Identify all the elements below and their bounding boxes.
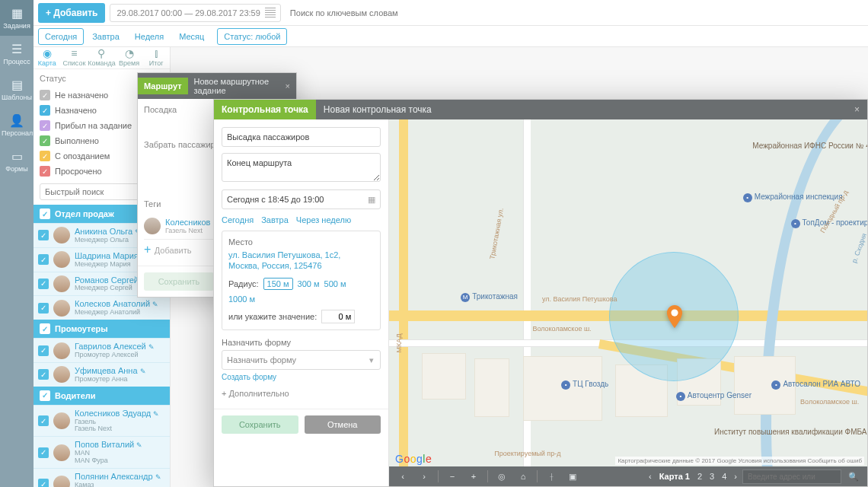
route-save-button[interactable]: Сохранить (144, 272, 214, 291)
cp-end-input[interactable] (222, 153, 381, 182)
place-box: Место ул. Василия Петушкова, 1с2, Москва… (222, 231, 381, 330)
radius-300[interactable]: 300 м (298, 279, 320, 288)
form-select[interactable]: Назначить форму (222, 350, 381, 370)
page-4[interactable]: 4 (720, 472, 729, 481)
checkbox-icon: ✓ (38, 279, 49, 289)
page-next[interactable]: › (732, 472, 739, 481)
checkpoint-dialog: Контрольная точка Новая контрольная точк… (213, 99, 868, 487)
quick-tomorrow[interactable]: Завтра (261, 215, 289, 224)
radius-custom-input[interactable] (321, 310, 355, 323)
map-pager: ‹ Карта 1 2 3 4 › (646, 472, 739, 481)
rail-templates[interactable]: ▤Шаблоны (0, 72, 34, 107)
rail-process[interactable]: ☰Процесс (0, 36, 34, 72)
templates-icon: ▤ (2, 78, 32, 92)
map-poi[interactable]: •Межрайонная инспекция (743, 193, 843, 202)
quick-today[interactable]: Сегодня (222, 215, 254, 224)
checkbox-icon: ✓ (40, 166, 50, 177)
person-row[interactable]: ✓Полянин Александр ✎КамазКамаз Фургон (34, 468, 170, 487)
viewtab-team[interactable]: ⚲Команда (88, 47, 116, 68)
tab-today[interactable]: Сегодня (38, 28, 84, 45)
cp-save-button[interactable]: Сохранить (222, 415, 298, 434)
total-icon: ⫿ (142, 47, 170, 59)
create-form-link[interactable]: Создать форму (222, 373, 381, 381)
person-name: Аникина Ольга ✎ (75, 227, 141, 237)
staff-name: Колесников Э (165, 218, 219, 227)
avatar (53, 412, 70, 429)
quick-week[interactable]: Через неделю (296, 215, 351, 224)
map-poi[interactable]: MТрикотажная (461, 292, 518, 302)
status-label: С опозданием (55, 151, 110, 161)
person-row[interactable]: ✓Уфимцева Анна ✎Промоутер Анна (34, 362, 170, 387)
person-row[interactable]: ✓Гаврилов Алексей ✎Промоутер Алексей (34, 338, 170, 362)
forms-icon: ▭ (2, 149, 32, 164)
cp-close-icon[interactable]: × (847, 100, 867, 119)
route-close-icon[interactable]: × (279, 78, 296, 94)
mf-zoom-out-icon[interactable]: − (443, 469, 461, 484)
map-poi[interactable]: Институт повышения квалификации ФМБА... (714, 428, 867, 436)
address[interactable]: ул. Василия Петушкова, 1с2, Москва, Росс… (228, 250, 374, 272)
tab-week[interactable]: Неделя (128, 28, 171, 45)
calendar-icon: ▦ (368, 195, 375, 205)
page-3[interactable]: 3 (707, 472, 716, 481)
daterange-picker[interactable]: 29.08.2017 00:00 — 29.08.2017 23:59 (110, 4, 280, 22)
page-prev[interactable]: ‹ (646, 472, 654, 481)
cp-form: Сегодня с 18:45 до 19:00▦ Сегодня Завтра… (214, 119, 389, 486)
mf-search-icon[interactable]: 🔍 (844, 469, 863, 484)
person-row[interactable]: ✓Колесников Эдуард ✎ГазельГазель Next (34, 405, 170, 437)
person-role: Менеджер Анатолий (75, 309, 158, 317)
rail-tasks[interactable]: ▦Задания (0, 0, 34, 36)
map-poi[interactable]: •Автосалон РИА АВТО (771, 380, 860, 390)
radius-1000[interactable]: 1000 м (228, 294, 255, 304)
rail-staff[interactable]: 👤Персонал (0, 107, 34, 143)
add-button[interactable]: + Добавить (38, 3, 105, 23)
checkbox-icon: ✓ (38, 254, 49, 265)
mf-next[interactable]: › (415, 469, 433, 484)
extra-toggle[interactable]: + Дополнительно (222, 389, 381, 398)
radius-500[interactable]: 500 м (324, 279, 346, 288)
keyword-search[interactable] (286, 4, 868, 22)
radius-150[interactable]: 150 м (263, 278, 293, 290)
mf-ruler-icon[interactable]: ⟊ (542, 469, 560, 484)
tab-month[interactable]: Месяц (172, 28, 211, 45)
person-row[interactable]: ✓Колесков Анатолий ✎Менеджер Анатолий (34, 295, 170, 320)
page-current[interactable]: Карта 1 (657, 472, 692, 481)
checkbox-icon: ✓ (38, 447, 49, 458)
viewtab-list[interactable]: ≡Список (61, 47, 88, 68)
map-address-search[interactable] (742, 469, 841, 484)
viewtab-time[interactable]: ◔Время (116, 47, 143, 68)
map-marker[interactable] (666, 305, 683, 328)
avatar (53, 444, 70, 461)
mf-prev[interactable]: ‹ (394, 469, 412, 484)
map-canvas[interactable]: Межрайонная ИФНС России № 45...•Межрайон… (389, 119, 867, 486)
cp-name-input[interactable] (222, 127, 381, 147)
viewtab-map[interactable]: ◉Карта (34, 47, 61, 68)
mf-home-icon[interactable]: ⌂ (514, 469, 532, 484)
map-poi[interactable]: •ТЦ Гвоздь (561, 380, 608, 390)
rail-forms[interactable]: ▭Формы (0, 143, 34, 179)
radius-label: Радиус: (228, 279, 259, 288)
staff-vehicle: Газель Next (165, 227, 219, 234)
group-header[interactable]: ✓Водители (34, 387, 170, 405)
map-footer: ‹ › − + ◎ ⌂ ⟊ ▣ ‹ Карта 1 2 3 4 › (389, 466, 867, 486)
viewtab-total[interactable]: ⫿Итог (142, 47, 170, 68)
status-label: Просрочено (55, 167, 102, 176)
mf-zoom-in-icon[interactable]: + (464, 469, 483, 484)
mf-locate-icon[interactable]: ◎ (493, 469, 511, 484)
person-row[interactable]: ✓Попов Виталий ✎MANMAN Фура (34, 436, 170, 468)
mf-layers-icon[interactable]: ▣ (563, 469, 582, 484)
group-header[interactable]: ✓Промоутеры (34, 320, 170, 338)
cp-time-picker[interactable]: Сегодня с 18:45 до 19:00▦ (222, 189, 381, 209)
tab-tomorrow[interactable]: Завтра (85, 28, 126, 45)
road-label: Трикотажная ул. (488, 207, 505, 259)
checkbox-icon: ✓ (38, 230, 49, 240)
cp-cancel-button[interactable]: Отмена (305, 415, 381, 434)
avatar (53, 275, 70, 292)
page-2[interactable]: 2 (695, 472, 704, 481)
tasks-icon: ▦ (2, 6, 32, 21)
status-label: Не назначено (55, 91, 108, 100)
team-icon: ⚲ (88, 47, 116, 59)
google-logo: Google (395, 453, 432, 465)
map-poi[interactable]: Межрайонная ИФНС России № 45... (752, 142, 867, 150)
map-poi[interactable]: •Автоцентр Genser (676, 391, 752, 401)
status-filter[interactable]: Статус: любой (217, 28, 287, 45)
